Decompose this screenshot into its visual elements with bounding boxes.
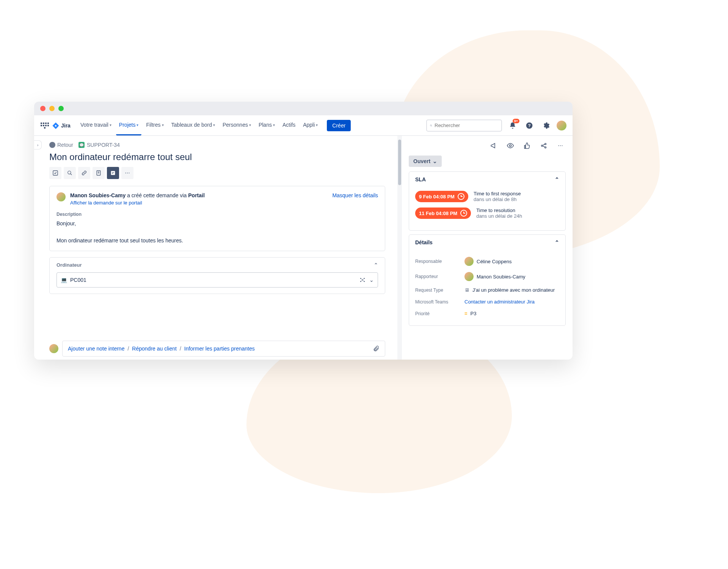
current-user-avatar (49, 344, 58, 353)
view-on-portal-link[interactable]: Afficher la demande sur le portail (70, 200, 328, 206)
issue-toolbar: ··· (49, 167, 385, 179)
window-close-button[interactable] (40, 106, 46, 111)
search-box[interactable] (426, 119, 502, 132)
vote-button[interactable] (522, 140, 532, 151)
comment-input-box[interactable]: Ajouter une note interne / Répondre au c… (62, 341, 385, 357)
attach-button[interactable] (49, 167, 61, 179)
chevron-down-icon: ▾ (273, 123, 275, 127)
watch-button[interactable] (505, 140, 516, 151)
breadcrumb: Retour 💬 SUPPORT-34 (49, 142, 385, 148)
chevron-up-icon: ⌃ (374, 262, 378, 268)
details-panel-header[interactable]: Détails ⌃ (409, 235, 565, 250)
svg-line-20 (361, 280, 362, 281)
asset-field-value[interactable]: 💻 PC001 ⌄ (56, 272, 378, 288)
jira-mark-icon (52, 122, 59, 129)
nav-filters[interactable]: Filtres▾ (143, 116, 166, 135)
scrollbar[interactable] (397, 136, 402, 360)
svg-line-26 (543, 144, 545, 145)
more-icon: ··· (558, 142, 563, 149)
details-panel: Détails ⌃ Responsable Céline Coppens Rap… (409, 234, 566, 326)
kb-button[interactable] (107, 167, 119, 179)
svg-line-1 (431, 126, 432, 126)
window-maximize-button[interactable] (58, 106, 64, 111)
sla-deadline-badge: 9 Feb 04:08 PM (415, 191, 468, 202)
help-button[interactable]: ? (523, 119, 535, 132)
user-avatar (464, 257, 474, 266)
create-subtask-button[interactable] (93, 167, 105, 179)
sidebar-expand-button[interactable]: › (34, 140, 42, 149)
back-link[interactable]: Retour (49, 142, 73, 148)
nav-plans[interactable]: Plans▾ (256, 116, 278, 135)
search-icon (430, 123, 432, 128)
detail-assignee[interactable]: Responsable Céline Coppens (415, 254, 559, 269)
issue-type-icon: 💬 (78, 142, 85, 148)
nav-apps[interactable]: Appli▾ (300, 116, 321, 135)
hide-details-link[interactable]: Masquer les détails (332, 192, 378, 198)
clock-icon (458, 193, 464, 200)
help-icon: ? (526, 122, 533, 129)
window-minimize-button[interactable] (49, 106, 55, 111)
chevron-down-icon: ▾ (316, 123, 318, 127)
profile-avatar[interactable] (557, 121, 566, 130)
svg-line-19 (362, 278, 364, 280)
tab-reply-customer[interactable]: Répondre au client (132, 346, 177, 352)
top-navigation: Jira Votre travail▾ Projets▾ Filtres▾ Ta… (34, 115, 573, 136)
search-icon (67, 170, 72, 176)
share-button[interactable] (538, 140, 549, 151)
notification-count-badge: 9+ (513, 119, 519, 123)
request-origin-text: Manon Soubies-Camy a créé cette demande … (70, 192, 328, 206)
chevron-down-icon: ▾ (162, 123, 164, 127)
detail-request-type[interactable]: Request Type 🖥J'ai un problème avec mon … (415, 284, 559, 296)
eye-icon (507, 142, 514, 149)
create-button[interactable]: Créer (327, 120, 351, 131)
issue-key-link[interactable]: 💬 SUPPORT-34 (78, 142, 120, 148)
megaphone-icon (490, 142, 497, 149)
more-button[interactable]: ··· (555, 140, 566, 151)
nav-assets[interactable]: Actifs (279, 116, 298, 135)
nav-dashboards[interactable]: Tableaux de bord▾ (168, 116, 218, 135)
detail-reporter[interactable]: Rapporteur Manon Soubies-Camy (415, 269, 559, 284)
asset-field-header[interactable]: Ordinateur ⌃ (50, 258, 385, 272)
chevron-down-icon[interactable]: ⌄ (369, 277, 374, 283)
check-square-icon (52, 170, 58, 176)
nav-projects[interactable]: Projets▾ (116, 116, 142, 135)
jira-logo[interactable]: Jira (52, 122, 71, 129)
svg-rect-4 (53, 171, 58, 175)
chevron-down-icon: ⌄ (433, 158, 437, 164)
nav-items: Votre travail▾ Projets▾ Filtres▾ Tableau… (77, 116, 321, 135)
more-actions-button[interactable]: ··· (121, 167, 133, 179)
request-details-panel: Manon Soubies-Camy a créé cette demande … (49, 186, 385, 251)
status-dropdown[interactable]: Ouvert ⌄ (409, 156, 442, 167)
svg-line-27 (543, 146, 545, 147)
sla-panel-header[interactable]: SLA ⌃ (409, 172, 565, 187)
settings-button[interactable] (540, 119, 552, 132)
issue-title[interactable]: Mon ordinateur redémarre tout seul (49, 152, 385, 162)
paperclip-icon (373, 345, 380, 352)
comment-bar: Ajouter une note interne / Répondre au c… (49, 341, 385, 360)
tab-notify-stakeholders[interactable]: Informer les parties prenantes (184, 346, 255, 352)
graph-icon[interactable] (359, 277, 366, 283)
sla-panel: SLA ⌃ 9 Feb 04:08 PM Time to first respo… (409, 171, 566, 231)
issue-side-column: ··· Ouvert ⌄ SLA ⌃ 9 Feb 04:08 PM Time t… (402, 136, 573, 360)
tab-internal-note[interactable]: Ajouter une note interne (68, 346, 124, 352)
detail-teams[interactable]: Microsoft Teams Contacter un administrat… (415, 296, 559, 308)
scrollbar-thumb[interactable] (398, 140, 401, 185)
notifications-button[interactable]: 9+ (507, 119, 519, 132)
detail-priority[interactable]: Priorité =P3 (415, 308, 559, 319)
document-icon (110, 170, 116, 176)
feedback-button[interactable] (488, 140, 499, 151)
search-issue-button[interactable] (64, 167, 76, 179)
thumbs-up-icon (524, 142, 530, 149)
link-issue-button[interactable] (78, 167, 90, 179)
description-body[interactable]: Bonjour, Mon ordinateur redémarre tout s… (56, 219, 378, 245)
app-switcher-icon[interactable] (40, 121, 49, 130)
svg-point-5 (68, 171, 71, 174)
svg-rect-10 (111, 171, 115, 175)
attach-file-button[interactable] (373, 345, 380, 352)
app-window: Jira Votre travail▾ Projets▾ Filtres▾ Ta… (34, 102, 573, 360)
search-input[interactable] (435, 123, 498, 128)
nav-people[interactable]: Personnes▾ (220, 116, 254, 135)
content: › Retour 💬 SUPPORT-34 Mon ordinateur red… (34, 136, 573, 360)
nav-your-work[interactable]: Votre travail▾ (77, 116, 115, 135)
description-label: Description (56, 212, 378, 217)
